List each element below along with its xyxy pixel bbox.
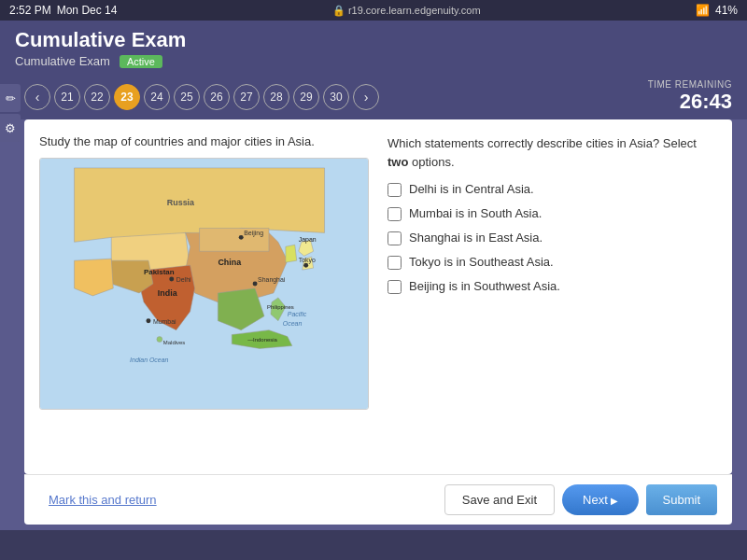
option5-checkbox[interactable] bbox=[388, 280, 402, 294]
svg-point-1 bbox=[169, 277, 174, 282]
map-instruction: Study the map of countries and major cit… bbox=[39, 134, 369, 148]
exam-title: Cumulative Exam bbox=[15, 28, 732, 52]
asia-map: Delhi Mumbai Shanghai Tokyo Beijing Russ… bbox=[40, 159, 368, 409]
svg-text:Beijing: Beijing bbox=[244, 230, 263, 237]
left-section: Study the map of countries and major cit… bbox=[39, 134, 369, 459]
mark-return-link[interactable]: Mark this and return bbox=[49, 493, 157, 507]
svg-point-7 bbox=[303, 263, 308, 268]
list-item[interactable]: Mumbai is in South Asia. bbox=[388, 206, 717, 221]
active-badge: Active bbox=[120, 55, 162, 68]
nav-q25[interactable]: 25 bbox=[174, 84, 200, 110]
svg-point-0 bbox=[157, 337, 162, 343]
time-display: 2:52 PM bbox=[9, 4, 51, 17]
option1-checkbox[interactable] bbox=[388, 183, 402, 197]
side-panel: ✏ ⚙ bbox=[0, 84, 21, 142]
nav-q22[interactable]: 22 bbox=[84, 84, 110, 110]
question-nav-row: ‹ 21 22 23 24 25 26 27 28 29 30 › TIME R… bbox=[0, 74, 747, 119]
svg-text:Shanghai: Shanghai bbox=[258, 276, 286, 284]
svg-text:Pakistan: Pakistan bbox=[144, 268, 175, 276]
submit-button[interactable]: Submit bbox=[646, 484, 717, 515]
question-text-suffix: options. bbox=[408, 155, 454, 169]
list-item[interactable]: Delhi is in Central Asia. bbox=[388, 182, 717, 197]
list-item[interactable]: Beijing is in Southwest Asia. bbox=[388, 279, 717, 294]
status-bar: 2:52 PM Mon Dec 14 🔒 r19.core.learn.edge… bbox=[0, 0, 747, 21]
svg-text:Ocean: Ocean bbox=[283, 320, 303, 327]
svg-text:Mumbai: Mumbai bbox=[153, 318, 176, 325]
timer-label: TIME REMAINING bbox=[648, 79, 732, 90]
save-exit-button[interactable]: Save and Exit bbox=[444, 484, 555, 515]
nav-q23-current[interactable]: 23 bbox=[114, 84, 140, 110]
svg-text:Tokyo: Tokyo bbox=[299, 257, 316, 264]
timer-area: TIME REMAINING 26:43 bbox=[648, 79, 732, 114]
svg-text:—Indonesia: —Indonesia bbox=[247, 337, 277, 343]
svg-text:Delhi: Delhi bbox=[176, 276, 191, 283]
nav-q30[interactable]: 30 bbox=[323, 84, 349, 110]
lock-icon: 🔒 bbox=[332, 5, 345, 16]
nav-q27[interactable]: 27 bbox=[233, 84, 260, 110]
nav-q29[interactable]: 29 bbox=[293, 84, 319, 110]
date-display: Mon Dec 14 bbox=[57, 4, 118, 17]
svg-text:Maldives: Maldives bbox=[163, 340, 185, 345]
next-button[interactable]: Next bbox=[562, 484, 639, 515]
right-section: Which statements correctly describe citi… bbox=[388, 134, 717, 459]
svg-text:Japan: Japan bbox=[299, 236, 317, 244]
svg-text:India: India bbox=[158, 288, 178, 298]
option4-checkbox[interactable] bbox=[388, 256, 402, 270]
nav-q26[interactable]: 26 bbox=[204, 84, 230, 110]
wifi-icon: 📶 bbox=[696, 4, 710, 17]
option3-label: Shanghai is in East Asia. bbox=[409, 231, 543, 245]
option3-checkbox[interactable] bbox=[388, 231, 402, 245]
svg-point-5 bbox=[253, 282, 258, 287]
svg-text:Pacific: Pacific bbox=[288, 311, 307, 317]
option1-label: Delhi is in Central Asia. bbox=[409, 182, 534, 196]
question-nav: ‹ 21 22 23 24 25 26 27 28 29 30 › bbox=[24, 84, 379, 110]
url-display: 🔒 r19.core.learn.edgenuity.com bbox=[332, 5, 481, 17]
main-content: Study the map of countries and major cit… bbox=[24, 119, 732, 474]
action-bar: Mark this and return Save and Exit Next … bbox=[24, 474, 732, 525]
nav-q21[interactable]: 21 bbox=[54, 84, 80, 110]
exam-subtitle-label: Cumulative Exam bbox=[15, 54, 110, 68]
battery-display: 41% bbox=[715, 4, 738, 17]
option2-label: Mumbai is in South Asia. bbox=[409, 206, 542, 220]
list-item[interactable]: Shanghai is in East Asia. bbox=[388, 231, 717, 245]
svg-text:Indian Ocean: Indian Ocean bbox=[130, 357, 168, 363]
question-text-prefix: Which statements correctly describe citi… bbox=[388, 136, 697, 150]
header: Cumulative Exam Cumulative Exam Active bbox=[0, 21, 747, 74]
bold-word: two bbox=[388, 155, 408, 169]
option5-label: Beijing is in Southwest Asia. bbox=[409, 279, 560, 293]
option-list: Delhi is in Central Asia. Mumbai is in S… bbox=[388, 182, 717, 294]
action-buttons: Save and Exit Next Submit bbox=[444, 484, 717, 515]
map-container: Delhi Mumbai Shanghai Tokyo Beijing Russ… bbox=[39, 158, 369, 410]
option4-label: Tokyo is in Southeast Asia. bbox=[409, 255, 554, 269]
list-item[interactable]: Tokyo is in Southeast Asia. bbox=[388, 255, 717, 270]
svg-text:Russia: Russia bbox=[167, 198, 195, 207]
nav-q28[interactable]: 28 bbox=[263, 84, 289, 110]
timer-value: 26:43 bbox=[648, 90, 732, 114]
svg-text:Philippines: Philippines bbox=[267, 304, 294, 310]
svg-text:China: China bbox=[218, 258, 242, 267]
pencil-icon[interactable]: ✏ bbox=[0, 84, 21, 112]
nav-q24[interactable]: 24 bbox=[144, 84, 170, 110]
nav-prev-button[interactable]: ‹ bbox=[24, 84, 50, 110]
svg-point-3 bbox=[146, 318, 150, 323]
option2-checkbox[interactable] bbox=[388, 207, 402, 221]
nav-next-button[interactable]: › bbox=[353, 84, 379, 110]
tools-icon[interactable]: ⚙ bbox=[0, 114, 21, 142]
question-main: Which statements correctly describe citi… bbox=[388, 134, 717, 171]
svg-point-9 bbox=[239, 235, 244, 240]
